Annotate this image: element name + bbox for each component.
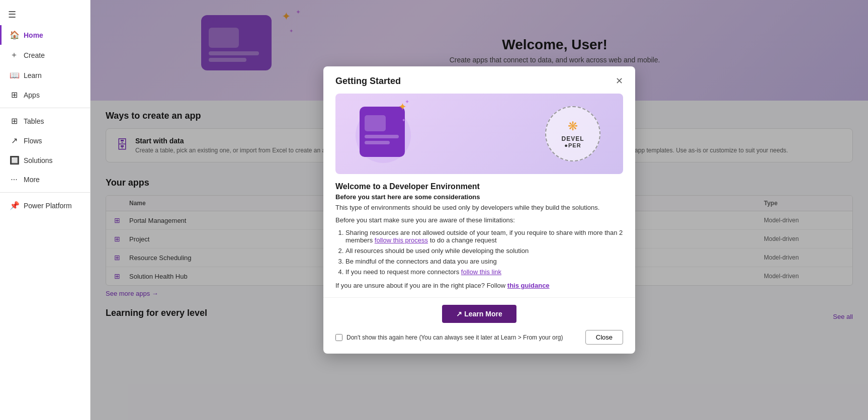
- sidebar-item-flows[interactable]: ↗ Flows: [0, 131, 90, 150]
- modal-list: Sharing resources are not allowed outsid…: [335, 229, 623, 276]
- sidebar-item-learn[interactable]: 📖 Learn: [0, 65, 90, 85]
- learn-icon: 📖: [10, 70, 19, 80]
- modal-checkbox-row: Don't show this again here (You can alwa…: [335, 330, 623, 345]
- modal-image: ✦ ✦ ✦ ❋ DEVEL ●PER: [335, 94, 623, 174]
- getting-started-modal: Getting Started ✕ ✦ ✦: [323, 66, 635, 354]
- apps-icon: ⊞: [10, 90, 19, 100]
- hamburger-icon[interactable]: ☰: [0, 4, 90, 25]
- modal-overlay: Getting Started ✕ ✦ ✦: [91, 0, 868, 420]
- sidebar-item-create[interactable]: ＋ Create: [0, 45, 90, 65]
- dont-show-text: Don't show this again here (You can alwa…: [346, 334, 563, 341]
- modal-guidance: If you are unsure about if you are in th…: [335, 282, 623, 289]
- modal-desc: This type of environments should be used…: [335, 204, 623, 211]
- flows-icon: ↗: [10, 136, 19, 145]
- list-item-1-suffix: to do a change request: [430, 236, 497, 244]
- list-item-4-text: If you need to request more connectors: [345, 268, 461, 276]
- learn-more-button[interactable]: ↗ Learn More: [442, 305, 516, 323]
- sidebar: ☰ 🏠 Home ＋ Create 📖 Learn ⊞ Apps ⊞ Table…: [0, 0, 91, 420]
- tables-icon: ⊞: [10, 116, 19, 126]
- sidebar-item-solutions[interactable]: 🔲 Solutions: [0, 150, 90, 170]
- modal-title: Getting Started: [335, 76, 401, 87]
- sidebar-item-apps[interactable]: ⊞ Apps: [0, 85, 90, 105]
- follow-link-connectors[interactable]: follow this link: [461, 268, 501, 276]
- sidebar-item-tables[interactable]: ⊞ Tables: [0, 111, 90, 131]
- developer-circle-label-2: ●PER: [564, 142, 581, 148]
- follow-process-link[interactable]: follow this process: [375, 236, 428, 244]
- modal-before-text: Before you start make sure you are aware…: [335, 216, 623, 224]
- sidebar-item-power-platform-label: Power Platform: [24, 202, 72, 210]
- sidebar-item-more-label: More: [24, 176, 40, 184]
- svg-text:✦: ✦: [405, 99, 409, 105]
- modal-close-icon[interactable]: ✕: [616, 75, 623, 87]
- sidebar-item-tables-label: Tables: [24, 117, 44, 125]
- sidebar-divider-1: [0, 108, 90, 108]
- svg-text:✦: ✦: [402, 118, 406, 123]
- list-item: Be mindful of the connectors and data yo…: [345, 258, 623, 265]
- sidebar-item-home[interactable]: 🏠 Home: [0, 25, 90, 45]
- list-item-3-text: Be mindful of the connectors and data yo…: [345, 258, 497, 265]
- learn-more-icon: ↗: [456, 310, 462, 318]
- sidebar-item-home-label: Home: [24, 31, 43, 39]
- power-platform-icon: 📌: [10, 201, 19, 210]
- developer-icon: ❋: [568, 119, 578, 133]
- home-icon: 🏠: [10, 30, 19, 40]
- svg-rect-8: [360, 107, 405, 157]
- solutions-icon: 🔲: [10, 155, 19, 165]
- sidebar-item-power-platform[interactable]: 📌 Power Platform: [0, 196, 90, 215]
- this-guidance-link[interactable]: this guidance: [507, 282, 550, 289]
- list-item: All resources should be used only while …: [345, 247, 623, 255]
- svg-rect-9: [365, 115, 386, 131]
- modal-considerations-subtitle: Before you start here are some considera…: [335, 193, 623, 201]
- dont-show-checkbox[interactable]: [335, 334, 342, 341]
- modal-footer: ↗ Learn More Don't show this again here …: [323, 297, 635, 354]
- sidebar-item-learn-label: Learn: [24, 71, 42, 79]
- svg-rect-10: [365, 135, 399, 138]
- list-item-2-text: All resources should be used only while …: [345, 247, 529, 255]
- sidebar-item-create-label: Create: [24, 51, 45, 59]
- sidebar-item-more[interactable]: ··· More: [0, 170, 90, 189]
- sidebar-item-flows-label: Flows: [24, 137, 42, 145]
- sidebar-item-apps-label: Apps: [24, 91, 40, 99]
- sidebar-divider-2: [0, 192, 90, 193]
- developer-circle-label: DEVEL: [561, 135, 584, 142]
- modal-phone-illustration: ✦ ✦ ✦: [335, 98, 416, 170]
- main-area: ✦ ✦ ✦ Welcome, User! Create apps that co…: [91, 0, 868, 420]
- svg-rect-11: [365, 141, 390, 144]
- modal-header: Getting Started ✕: [323, 66, 635, 87]
- create-icon: ＋: [10, 50, 19, 60]
- list-item: If you need to request more connectors f…: [345, 268, 623, 276]
- close-button[interactable]: Close: [585, 330, 623, 345]
- modal-welcome-title: Welcome to a Developer Environment: [335, 182, 623, 191]
- list-item: Sharing resources are not allowed outsid…: [345, 229, 623, 244]
- sidebar-item-solutions-label: Solutions: [24, 156, 53, 164]
- modal-body: Welcome to a Developer Environment Befor…: [323, 174, 635, 297]
- guidance-text: If you are unsure about if you are in th…: [335, 282, 507, 289]
- developer-circle: ❋ DEVEL ●PER: [523, 94, 623, 174]
- dont-show-label[interactable]: Don't show this again here (You can alwa…: [335, 334, 563, 341]
- learn-more-label: Learn More: [464, 310, 502, 318]
- more-icon: ···: [10, 175, 19, 184]
